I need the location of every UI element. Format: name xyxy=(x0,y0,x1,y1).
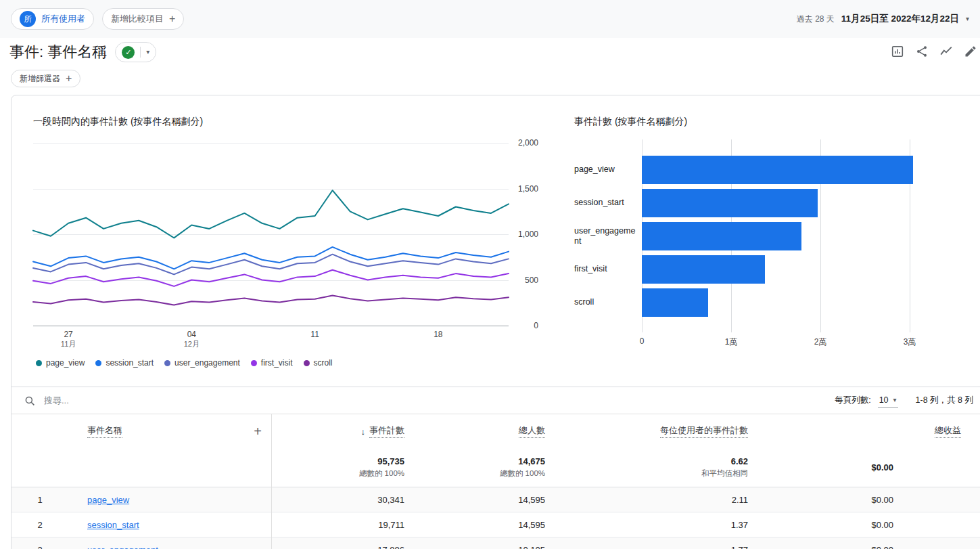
legend-item-user_engagement[interactable]: user_engagement xyxy=(164,358,240,368)
bar-row: scroll xyxy=(574,286,966,319)
sort-descending-icon: ↓ xyxy=(361,426,366,437)
add-filter-label: 新增篩選器 xyxy=(20,73,60,85)
bar-session_start[interactable] xyxy=(642,189,818,217)
audience-avatar: 所 xyxy=(20,11,36,27)
bar-category-label: first_visit xyxy=(574,264,642,274)
line-chart-x-labels: 2711月0412月1118 xyxy=(33,330,509,351)
bar-user_engagement[interactable] xyxy=(642,222,801,250)
bar-row: user_engagement xyxy=(574,219,966,252)
search-input[interactable] xyxy=(44,395,287,405)
edit-button[interactable] xyxy=(962,43,979,60)
legend-item-scroll[interactable]: scroll xyxy=(304,358,333,368)
column-header-total-users[interactable]: 總人數 xyxy=(404,414,545,448)
event-name-cell: user_engagement xyxy=(68,537,271,549)
bar-page_view[interactable] xyxy=(642,156,913,184)
x-axis-label: 0412月 xyxy=(184,330,200,349)
bar-category-label: scroll xyxy=(574,297,642,307)
insights-button[interactable] xyxy=(938,43,954,60)
event-name-link[interactable]: page_view xyxy=(87,495,129,505)
x-axis-label: 2萬 xyxy=(814,336,827,348)
table-row[interactable]: 1page_view30,34114,5952.11$0.00 xyxy=(11,487,980,512)
line-chart-title: 一段時間內的事件計數 (按事件名稱劃分) xyxy=(33,116,203,128)
chevron-down-icon: ▾ xyxy=(966,16,969,22)
bar-first_visit[interactable] xyxy=(642,255,765,284)
totals-revenue: $0.00 xyxy=(748,448,961,487)
add-comparison-label: 新增比較項目 xyxy=(111,13,164,25)
revenue-header-label: 總收益 xyxy=(935,424,961,438)
totals-event-count: 95,735總數的 100% xyxy=(271,448,404,487)
per-user-cell: 2.11 xyxy=(545,487,748,512)
bar-chart-rows: page_viewsession_startuser_engagementfir… xyxy=(574,153,966,319)
event-count-header-label: 事件計數 xyxy=(369,424,404,438)
line-series-first_visit xyxy=(33,270,509,286)
add-filter-chip[interactable]: 新增篩選器 + xyxy=(11,70,80,87)
customize-report-button[interactable] xyxy=(889,43,906,60)
legend-label: scroll xyxy=(314,358,333,368)
report-actions xyxy=(889,43,979,60)
bar-row: page_view xyxy=(574,153,966,186)
filter-row: 新增篩選器 + xyxy=(11,70,80,87)
table-row[interactable]: 3user_engagement17,88610,1051.77$0.00 xyxy=(11,537,980,549)
legend-item-page_view[interactable]: page_view xyxy=(36,358,85,368)
event-name-header-label: 事件名稱 xyxy=(87,424,122,438)
share-button[interactable] xyxy=(914,43,930,60)
line-series-session_start xyxy=(33,247,509,269)
all-users-label: 所有使用者 xyxy=(41,13,85,25)
legend-label: user_engagement xyxy=(174,358,240,368)
totals-per-user: 6.62和平均值相同 xyxy=(545,448,748,487)
event-name-cell: page_view xyxy=(68,487,271,512)
revenue-cell: $0.00 xyxy=(748,512,961,537)
y-axis-label: 0 xyxy=(534,321,538,330)
date-range-value: 11月25日至 2022年12月22日 xyxy=(841,13,959,25)
column-header-total-revenue[interactable]: 總收益 xyxy=(748,414,961,448)
totals-name-cell xyxy=(68,448,271,487)
line-chart-svg xyxy=(33,143,509,326)
add-dimension-button[interactable]: + xyxy=(254,424,262,438)
date-range-picker[interactable]: 過去 28 天 11月25日至 2022年12月22日 ▾ xyxy=(797,13,969,25)
total-users-cell: 14,595 xyxy=(404,512,545,537)
bar-scroll[interactable] xyxy=(642,288,708,317)
legend-label: page_view xyxy=(46,358,85,368)
legend-dot xyxy=(36,360,42,366)
row-index: 1 xyxy=(11,487,68,512)
events-table: 每頁列數: 10 ▾ 1-8 列，共 8 列 事件名稱 + ↓ 事件計數 總人數 xyxy=(11,387,980,549)
insights-icon xyxy=(939,44,954,59)
event-name-link[interactable]: session_start xyxy=(87,520,139,530)
row-index: 3 xyxy=(11,537,68,549)
legend-label: session_start xyxy=(106,358,154,368)
legend-item-session_start[interactable]: session_start xyxy=(95,358,154,368)
header-index-cell xyxy=(11,414,68,448)
all-users-chip[interactable]: 所 所有使用者 xyxy=(11,8,94,30)
totals-index-cell xyxy=(11,448,68,487)
line-series-scroll xyxy=(33,295,509,305)
plus-icon: + xyxy=(169,14,175,24)
add-comparison-chip[interactable]: 新增比較項目 + xyxy=(102,8,184,30)
rows-per-page-select[interactable]: 10 ▾ xyxy=(878,394,898,408)
event-name-link[interactable]: user_engagement xyxy=(87,545,158,549)
table-row[interactable]: 2session_start19,71114,5951.37$0.00 xyxy=(11,512,980,537)
column-header-event-name[interactable]: 事件名稱 + xyxy=(68,414,271,448)
customize-report-icon xyxy=(890,44,905,59)
bar-row: first_visit xyxy=(574,252,966,286)
total-users-cell: 14,595 xyxy=(404,487,545,512)
column-divider xyxy=(271,414,272,549)
column-header-event-count[interactable]: ↓ 事件計數 xyxy=(271,414,404,448)
table-toolbar: 每頁列數: 10 ▾ 1-8 列，共 8 列 xyxy=(11,387,980,414)
x-axis-label: 2711月 xyxy=(61,330,76,349)
legend-dot xyxy=(164,360,170,366)
table-body: 1page_view30,34114,5952.11$0.002session_… xyxy=(11,487,980,549)
event-count-cell: 17,886 xyxy=(271,537,404,549)
column-header-event-count-per-user[interactable]: 每位使用者的事件計數 xyxy=(545,414,748,448)
report-card: 一段時間內的事件計數 (按事件名稱劃分) 05001,0001,5002,000… xyxy=(11,95,980,549)
table-header-row: 事件名稱 + ↓ 事件計數 總人數 每位使用者的事件計數 總收益 xyxy=(11,414,980,448)
report-title-row: 事件: 事件名稱 ✓ ▾ xyxy=(9,42,156,62)
legend-dot xyxy=(304,360,310,366)
report-status-dropdown[interactable]: ✓ ▾ xyxy=(115,42,156,62)
per-user-cell: 1.77 xyxy=(545,537,748,549)
legend-item-first_visit[interactable]: first_visit xyxy=(251,358,293,368)
chevron-down-icon: ▾ xyxy=(146,49,149,56)
line-chart-plot xyxy=(33,143,509,326)
per-user-header-label: 每位使用者的事件計數 xyxy=(660,424,748,438)
bar-chart-title: 事件計數 (按事件名稱劃分) xyxy=(574,116,687,128)
plus-icon: + xyxy=(66,73,72,84)
